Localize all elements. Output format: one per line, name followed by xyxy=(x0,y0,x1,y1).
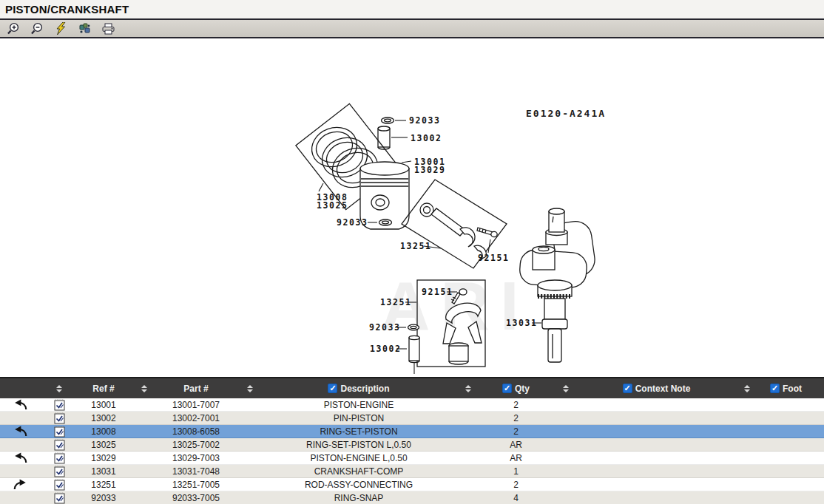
table-row[interactable]: 13031 13031-7048 CRANKSHAFT-COMP 1 xyxy=(0,465,824,478)
sort-context-note-control[interactable] xyxy=(744,385,750,392)
table-row[interactable]: 13008 13008-6058 RING-SET-PISTON 2 xyxy=(0,425,824,438)
callout-crankshaft[interactable]: 13031 xyxy=(506,318,538,328)
lightning-icon xyxy=(55,22,67,35)
callout-snap-ring-top[interactable]: 92033 xyxy=(409,115,441,126)
table-row[interactable]: 13025 13025-7002 RING-SET-PISTON L,0.50 … xyxy=(0,438,824,452)
cell-qty: AR xyxy=(484,452,547,464)
sort-icon-col-control[interactable] xyxy=(56,385,62,392)
cell-qty: AR xyxy=(484,438,547,451)
callout-snap-ring-low[interactable]: 92033 xyxy=(369,322,401,333)
hotspots-button[interactable] xyxy=(53,21,68,35)
cell-part: 13029-7003 xyxy=(159,452,233,464)
callout-pin-top[interactable]: 13002 xyxy=(411,133,442,143)
cell-ref: 13002 xyxy=(78,412,129,424)
cell-ref: 13025 xyxy=(78,438,129,451)
sort-part-control[interactable] xyxy=(247,385,253,392)
footnote-column-checkbox[interactable]: ✓ xyxy=(770,384,780,393)
cell-qty: 4 xyxy=(484,491,547,504)
hotspot-select-icon xyxy=(78,22,92,35)
part-piston-pin-low[interactable]: 13002 xyxy=(370,336,419,374)
cell-part: 13251-7005 xyxy=(159,478,233,491)
callout-ringset-b[interactable]: 13025 xyxy=(317,200,348,211)
context-note-column-checkbox[interactable]: ✓ xyxy=(623,384,632,393)
cell-description: RING-SET-PISTON L,0.50 xyxy=(266,438,451,451)
part-crankshaft[interactable]: 13031 xyxy=(506,208,597,362)
cell-part: 13001-7007 xyxy=(159,398,233,411)
cell-qty: 1 xyxy=(484,465,547,477)
callout-bolt-lower[interactable]: 92151 xyxy=(422,287,453,297)
cell-part: 13025-7002 xyxy=(159,438,233,451)
cell-context-note xyxy=(584,478,729,491)
table-row[interactable]: 13002 13002-7001 PIN-PISTON 2 xyxy=(0,412,824,425)
pick-list-icon[interactable] xyxy=(54,452,65,464)
cell-ref: 13001 xyxy=(78,398,129,411)
part-piston[interactable]: 13001 13029 xyxy=(360,157,446,229)
cell-footnote xyxy=(766,478,824,491)
zoom-out-icon xyxy=(30,22,44,35)
pick-list-icon[interactable] xyxy=(54,479,65,491)
cell-ref: 13008 xyxy=(78,425,129,437)
callout-snap-ring-mid[interactable]: 92033 xyxy=(337,217,368,228)
callout-rod-lower[interactable]: 13251 xyxy=(380,297,412,307)
zoom-out-button[interactable] xyxy=(30,21,44,35)
table-row[interactable]: 13029 13029-7003 PISTON-ENGINE L,0.50 AR xyxy=(0,452,824,465)
cell-context-note xyxy=(584,465,729,477)
cell-context-note xyxy=(584,425,729,437)
cell-qty: 2 xyxy=(484,398,547,411)
print-button[interactable] xyxy=(101,21,115,35)
cell-footnote xyxy=(766,398,824,411)
cell-footnote xyxy=(766,465,824,477)
cell-ref: 92033 xyxy=(78,491,129,504)
header-ref: Ref # xyxy=(78,378,129,398)
parts-table-header: Ref # Part # ✓ Description ✓ Qty ✓ Conte… xyxy=(0,377,824,398)
callout-rod-upper[interactable]: 13251 xyxy=(400,241,432,251)
cell-context-note xyxy=(584,438,729,451)
pick-list-icon[interactable] xyxy=(54,412,65,424)
part-snap-ring-low[interactable]: 92033 xyxy=(369,322,419,333)
header-description: Description xyxy=(340,384,389,394)
cell-description: ROD-ASSY-CONNECTING xyxy=(266,478,451,491)
cell-description: PISTON-ENGINE xyxy=(266,398,451,411)
supersede-arrow-icon xyxy=(13,399,27,410)
table-row[interactable]: 13001 13001-7007 PISTON-ENGINE 2 xyxy=(0,398,824,412)
pick-list-icon[interactable] xyxy=(54,492,65,504)
table-row[interactable]: 13251 13251-7005 ROD-ASSY-CONNECTING 2 xyxy=(0,478,824,491)
sort-ref-control[interactable] xyxy=(141,385,147,392)
header-footnote: Foot xyxy=(783,384,802,394)
pick-list-icon[interactable] xyxy=(54,466,65,477)
cell-context-note xyxy=(584,452,729,464)
cell-description: RING-SNAP xyxy=(266,491,451,504)
table-row[interactable]: 92033 92033-7005 RING-SNAP 4 xyxy=(0,491,824,504)
cell-footnote xyxy=(766,425,824,437)
qty-column-checkbox[interactable]: ✓ xyxy=(502,384,512,393)
cell-context-note xyxy=(584,412,729,424)
supersede-arrow-icon xyxy=(13,452,27,463)
callout-pin-low[interactable]: 13002 xyxy=(370,344,402,354)
pick-list-icon[interactable] xyxy=(54,426,65,437)
callout-piston-b[interactable]: 13029 xyxy=(414,165,446,175)
callout-bolt-upper[interactable]: 92151 xyxy=(478,253,510,263)
header-qty: Qty xyxy=(515,384,530,394)
part-piston-pin-top[interactable]: 13002 xyxy=(378,126,442,149)
cell-part: 92033-7005 xyxy=(159,491,233,504)
cell-part: 13031-7048 xyxy=(159,465,233,477)
part-rod-assembly-upper[interactable]: 13251 92151 xyxy=(400,180,510,268)
pick-list-icon[interactable] xyxy=(54,399,65,411)
cell-qty: 2 xyxy=(484,412,547,424)
sort-qty-control[interactable] xyxy=(563,385,569,392)
hotspot-select-button[interactable] xyxy=(77,21,92,35)
title-bar: PISTON/CRANKSHAFT xyxy=(0,0,824,20)
cell-footnote xyxy=(766,438,824,451)
cell-description: PIN-PISTON xyxy=(266,412,451,424)
description-column-checkbox[interactable]: ✓ xyxy=(328,384,337,393)
pick-list-icon[interactable] xyxy=(54,439,65,451)
part-snap-ring-top[interactable]: 92033 xyxy=(382,115,441,126)
printer-icon xyxy=(101,22,115,35)
zoom-in-button[interactable] xyxy=(6,21,21,35)
sort-description-control[interactable] xyxy=(465,385,471,392)
cell-ref: 13029 xyxy=(78,452,129,464)
cell-qty: 2 xyxy=(484,478,547,491)
supersede-arrow-icon xyxy=(13,426,27,437)
cell-footnote xyxy=(766,452,824,464)
supersede-arrow-icon xyxy=(13,479,27,490)
